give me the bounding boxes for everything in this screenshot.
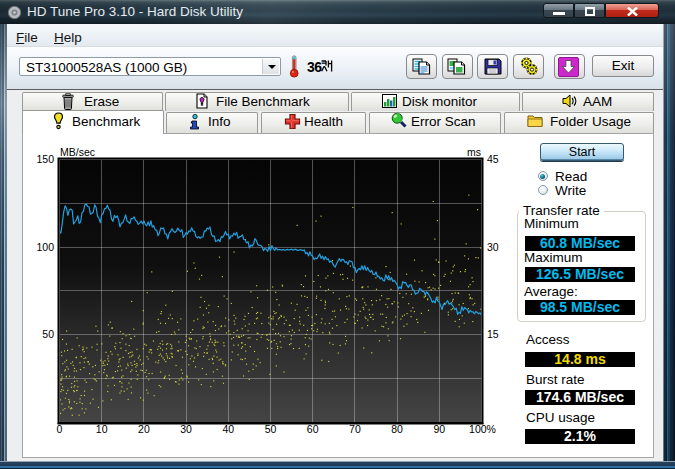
svg-text:50: 50 xyxy=(42,328,54,340)
svg-text:100: 100 xyxy=(36,241,54,253)
svg-text:45: 45 xyxy=(487,153,499,165)
svg-text:100%: 100% xyxy=(469,423,496,435)
svg-text:MB/sec: MB/sec xyxy=(60,146,95,158)
svg-text:30: 30 xyxy=(487,241,499,253)
svg-text:15: 15 xyxy=(487,328,499,340)
svg-text:70: 70 xyxy=(349,423,361,435)
svg-text:10: 10 xyxy=(96,423,108,435)
svg-text:20: 20 xyxy=(138,423,150,435)
svg-text:80: 80 xyxy=(391,423,403,435)
svg-text:0: 0 xyxy=(57,423,63,435)
svg-text:30: 30 xyxy=(180,423,192,435)
svg-text:40: 40 xyxy=(222,423,234,435)
svg-text:50: 50 xyxy=(265,423,277,435)
svg-text:60: 60 xyxy=(307,423,319,435)
svg-text:ms: ms xyxy=(467,146,481,158)
svg-text:90: 90 xyxy=(433,423,445,435)
svg-text:150: 150 xyxy=(36,153,54,165)
